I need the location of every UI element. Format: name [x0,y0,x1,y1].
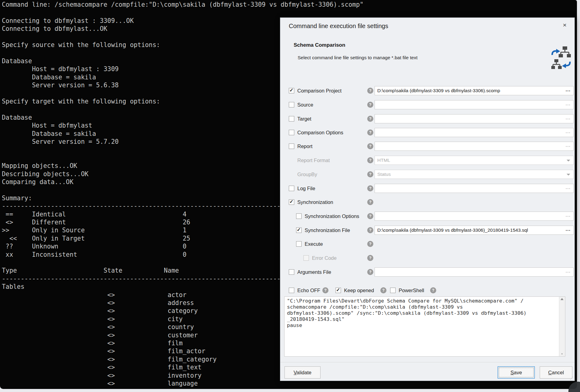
help-icon[interactable]: ? [367,116,373,122]
arguments-file-input[interactable] [375,268,573,276]
help-icon[interactable]: ? [367,227,373,233]
browse-button[interactable]: ... [564,87,572,94]
comparison-options-input[interactable] [375,128,573,137]
help-icon[interactable]: ? [367,88,373,94]
help-icon[interactable]: ? [367,185,373,191]
log-file-label: Log File [297,183,315,193]
comparison-options-checkbox[interactable] [289,130,294,135]
synchronization-options-label: Synchronization Options [305,211,359,221]
groupby-dropdown[interactable]: Status [375,170,574,179]
browse-button[interactable]: ... [564,129,572,136]
close-icon[interactable]: × [560,20,570,30]
help-icon[interactable]: ? [367,171,373,177]
comparison-options-label: Comparison Options [297,128,343,137]
browse-button[interactable]: ... [564,185,572,192]
report-checkbox[interactable] [289,143,294,149]
footer-divider [280,362,575,362]
help-icon[interactable]: ? [367,157,373,163]
synchronization-label: Synchronization [297,197,333,207]
report-format-value: HTML [377,156,390,165]
target-checkbox[interactable] [289,116,294,122]
row-source: Source ? ... [280,100,575,110]
target-label: Target [297,114,311,124]
row-synchronization-options: Synchronization Options ? ... [280,211,575,221]
help-icon[interactable]: ? [367,213,373,219]
arguments-file-checkbox[interactable] [289,269,294,275]
help-icon[interactable]: ? [322,287,328,293]
schema-compare-icon [551,46,571,71]
target-input[interactable] [375,114,573,123]
row-report-format: Report Format ? HTML [280,155,575,165]
source-input[interactable] [375,100,573,109]
report-label: Report [297,141,313,151]
groupby-label: GroupBy [297,169,317,179]
row-groupby: GroupBy ? Status [280,169,575,179]
bat-textarea[interactable]: "C:\Program Files\Devart\dbForge Schema … [285,297,558,356]
schema-comparison-heading: Schema Comparison [294,42,345,48]
echo-off-label: Echo OFF [297,285,320,295]
arguments-file-label: Arguments File [297,267,331,277]
help-icon[interactable]: ? [367,241,373,247]
resize-grip[interactable]: ⋰ [570,376,574,380]
validate-button[interactable]: Validate [285,366,321,379]
powershell-checkbox[interactable] [390,288,396,293]
powershell-label: PowerShell [399,285,424,295]
row-synchronization-file: Synchronization File ? ... [280,225,575,235]
help-icon[interactable]: ? [367,255,373,261]
comparison-project-input[interactable] [375,86,573,95]
browse-button[interactable]: ... [564,227,572,234]
execute-checkbox[interactable] [296,241,302,247]
keep-opened-label: Keep opened [344,285,374,295]
help-icon[interactable]: ? [367,269,373,275]
row-synchronization: Synchronization ? [280,197,575,207]
row-comparison-project: Comparison Project ? ... [280,86,575,96]
synchronization-options-input[interactable] [375,212,573,220]
comparison-project-checkbox[interactable] [289,88,294,93]
source-label: Source [297,100,313,110]
browse-button[interactable]: ... [564,115,572,122]
report-format-label: Report Format [297,155,330,165]
keep-opened-checkbox[interactable] [335,288,341,293]
screenshot-stage: Command line: /schemacompare /compfile:"… [0,0,580,392]
synchronization-file-field-wrap: ... [375,226,574,235]
row-target: Target ? ... [280,114,575,124]
save-button[interactable]: Save [498,366,535,379]
report-format-dropdown[interactable]: HTML [375,156,574,165]
synchronization-file-checkbox[interactable] [296,227,302,233]
source-checkbox[interactable] [289,102,294,107]
cancel-button[interactable]: Cancel [540,366,572,379]
error-code-checkbox[interactable] [303,255,309,261]
dialog-title: Command line execution file settings [289,23,388,30]
comparison-project-field-wrap: ... [375,86,574,95]
scroll-up-icon[interactable] [560,298,564,300]
report-input[interactable] [375,142,573,151]
help-icon[interactable]: ? [380,287,386,293]
echo-off-checkbox[interactable] [289,288,294,293]
log-file-field-wrap: ... [375,184,574,193]
help-icon[interactable]: ? [367,102,373,108]
browse-button[interactable]: ... [564,101,572,108]
synchronization-options-checkbox[interactable] [296,213,302,219]
help-icon[interactable]: ? [367,199,373,205]
execute-label: Execute [305,239,323,249]
row-bat-options: Echo OFF ? Keep opened ? PowerShell ? [280,285,575,295]
help-icon[interactable]: ? [367,143,373,149]
row-error-code: Error Code ? [280,253,575,263]
bat-text-panel: "C:\Program Files\Devart\dbForge Schema … [284,296,565,357]
help-icon[interactable]: ? [430,287,436,293]
error-code-label: Error Code [312,253,337,263]
row-report: Report ? ... [280,141,575,151]
chevron-down-icon [567,174,570,176]
comparison-project-label: Comparison Project [297,86,342,96]
synchronization-file-input[interactable] [375,226,573,234]
scrollbar[interactable] [559,297,565,356]
synchronization-checkbox[interactable] [289,199,294,205]
browse-button[interactable]: ... [564,212,572,220]
browse-button[interactable]: ... [564,143,572,150]
log-file-checkbox[interactable] [289,186,294,191]
scroll-down-icon[interactable] [561,353,563,354]
log-file-input[interactable] [375,184,573,193]
browse-button[interactable]: ... [564,268,572,276]
help-icon[interactable]: ? [367,129,373,136]
report-field-wrap: ... [375,142,574,151]
